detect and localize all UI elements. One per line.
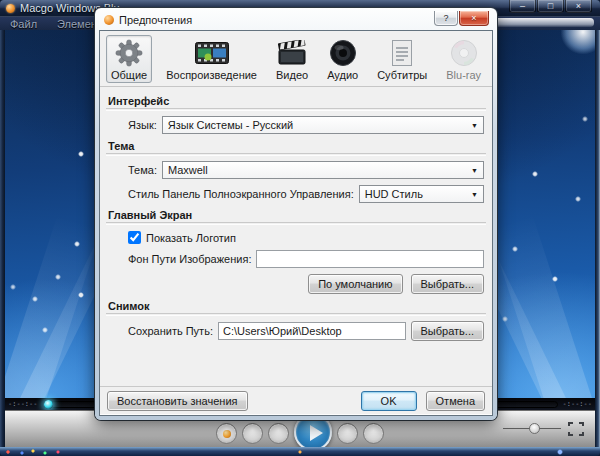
tab-video[interactable]: Видео xyxy=(271,35,313,83)
window-border-bottom xyxy=(0,447,600,456)
show-logo-row: Показать Логотип xyxy=(128,231,484,244)
dialog-window-buttons: ? × xyxy=(434,11,489,26)
window-border-left xyxy=(0,30,5,447)
choose-save-path-button[interactable]: Выбрать... xyxy=(411,321,484,341)
section-title-snapshot: Снимок xyxy=(108,300,484,312)
play-icon xyxy=(310,425,323,441)
theme-label: Тема: xyxy=(128,164,157,176)
minimize-icon: – xyxy=(520,2,525,11)
hud-style-select[interactable]: HUD Стиль ▼ xyxy=(359,185,484,203)
tab-label: Аудио xyxy=(327,69,358,81)
bg-path-row: Фон Пути Изображения: xyxy=(128,250,484,268)
section-divider xyxy=(106,108,486,110)
hud-style-label: Стиль Панель Полноэкранного Управления: xyxy=(128,188,354,200)
previous-button[interactable] xyxy=(242,423,263,444)
language-select[interactable]: Язык Системы - Русский ▼ xyxy=(162,116,484,134)
titlebar-glass-shine xyxy=(486,18,594,27)
tab-general[interactable]: Общие xyxy=(106,35,152,83)
eject-icon xyxy=(223,430,231,438)
close-button[interactable]: × xyxy=(565,0,592,13)
language-label: Язык: xyxy=(128,119,157,131)
close-icon: × xyxy=(471,13,476,23)
transport-controls xyxy=(216,416,384,451)
tab-label: Субтитры xyxy=(377,69,427,81)
cancel-button[interactable]: Отмена xyxy=(426,391,485,411)
dialog-title: Предпочтения xyxy=(119,14,192,26)
tab-label: Воспроизведение xyxy=(166,69,257,81)
remaining-time: -:--:-- xyxy=(562,400,592,408)
dialog-help-button[interactable]: ? xyxy=(434,11,458,26)
fullscreen-button[interactable] xyxy=(568,422,584,436)
dialog-app-icon xyxy=(104,15,114,25)
app-icon xyxy=(6,4,15,13)
ok-button[interactable]: OK xyxy=(361,391,417,411)
choose-bg-button[interactable]: Выбрать... xyxy=(411,274,484,294)
tab-playback[interactable]: Воспроизведение xyxy=(161,35,262,83)
theme-row: Тема: Maxwell ▼ xyxy=(128,161,484,179)
show-logo-checkbox[interactable] xyxy=(128,231,141,244)
speaker-icon xyxy=(329,38,357,68)
tab-subtitles[interactable]: Субтитры xyxy=(372,35,432,83)
menu-file[interactable]: Файл xyxy=(0,18,47,30)
show-logo-label: Показать Логотип xyxy=(146,232,236,244)
tab-bluray[interactable]: Blu-ray xyxy=(441,35,486,83)
language-value: Язык Системы - Русский xyxy=(168,119,293,131)
subtitles-doc-icon xyxy=(392,38,412,68)
section-title-interface: Интерфейс xyxy=(108,95,484,107)
dialog-titlebar[interactable]: Предпочтения ? × xyxy=(99,12,493,30)
gear-icon xyxy=(115,38,143,68)
volume-slider[interactable] xyxy=(503,423,561,435)
default-button[interactable]: По умолчанию xyxy=(308,274,402,294)
tab-label: Общие xyxy=(111,69,147,81)
section-title-theme: Тема xyxy=(108,140,484,152)
eject-button[interactable] xyxy=(216,423,237,444)
section-divider xyxy=(106,153,486,155)
help-icon: ? xyxy=(443,13,448,23)
preferences-dialog: Предпочтения ? × xyxy=(95,8,497,420)
seek-handle[interactable] xyxy=(44,400,53,409)
maximize-button[interactable]: □ xyxy=(537,0,564,13)
window-controls: – □ × xyxy=(508,0,592,13)
dialog-footer: Восстановить значения OK Отмена xyxy=(100,386,492,415)
bg-path-input[interactable] xyxy=(256,250,484,268)
maximize-icon: □ xyxy=(548,2,553,11)
footer-right-buttons: OK Отмена xyxy=(361,391,485,411)
save-path-row: Сохранить Путь: Выбрать... xyxy=(128,321,484,341)
preferences-content: Интерфейс Язык: Язык Системы - Русский ▼… xyxy=(100,87,492,341)
chevron-down-icon: ▼ xyxy=(471,191,478,198)
save-path-label: Сохранить Путь: xyxy=(128,325,213,337)
next-button[interactable] xyxy=(363,423,384,444)
section-title-main-screen: Главный Экран xyxy=(108,209,484,221)
theme-value: Maxwell xyxy=(168,164,208,176)
hud-style-row: Стиль Панель Полноэкранного Управления: … xyxy=(128,185,484,203)
section-divider xyxy=(106,313,486,315)
tab-label: Видео xyxy=(276,69,308,81)
dialog-close-button[interactable]: × xyxy=(459,11,489,26)
minimize-button[interactable]: – xyxy=(509,0,536,13)
preferences-toolbar: Общие xyxy=(100,31,492,87)
clapperboard-icon xyxy=(277,38,307,68)
hud-style-value: HUD Стиль xyxy=(365,188,423,200)
rewind-button[interactable] xyxy=(268,423,289,444)
tab-label: Blu-ray xyxy=(446,69,481,81)
close-icon: × xyxy=(576,2,581,11)
language-row: Язык: Язык Системы - Русский ▼ xyxy=(128,116,484,134)
forward-button[interactable] xyxy=(337,423,358,444)
bluray-disc-icon xyxy=(450,38,478,68)
bg-path-label: Фон Пути Изображения: xyxy=(128,253,251,265)
section-divider xyxy=(106,222,486,224)
film-strip-icon xyxy=(195,38,229,68)
save-path-input[interactable] xyxy=(218,322,406,340)
tab-audio[interactable]: Аудио xyxy=(322,35,363,83)
dialog-body: Общие xyxy=(99,30,493,416)
chevron-down-icon: ▼ xyxy=(471,167,478,174)
desktop: Macgo Windows Blu – □ × Файл Элементы уп… xyxy=(0,0,600,456)
elapsed-time: -:--:-- xyxy=(8,400,38,408)
window-border-right xyxy=(595,30,600,447)
theme-select[interactable]: Maxwell ▼ xyxy=(162,161,484,179)
bg-path-buttons: По умолчанию Выбрать... xyxy=(108,274,484,294)
restore-defaults-button[interactable]: Восстановить значения xyxy=(107,391,248,411)
chevron-down-icon: ▼ xyxy=(471,122,478,129)
fullscreen-icon xyxy=(568,422,584,436)
volume-handle[interactable] xyxy=(529,423,540,434)
